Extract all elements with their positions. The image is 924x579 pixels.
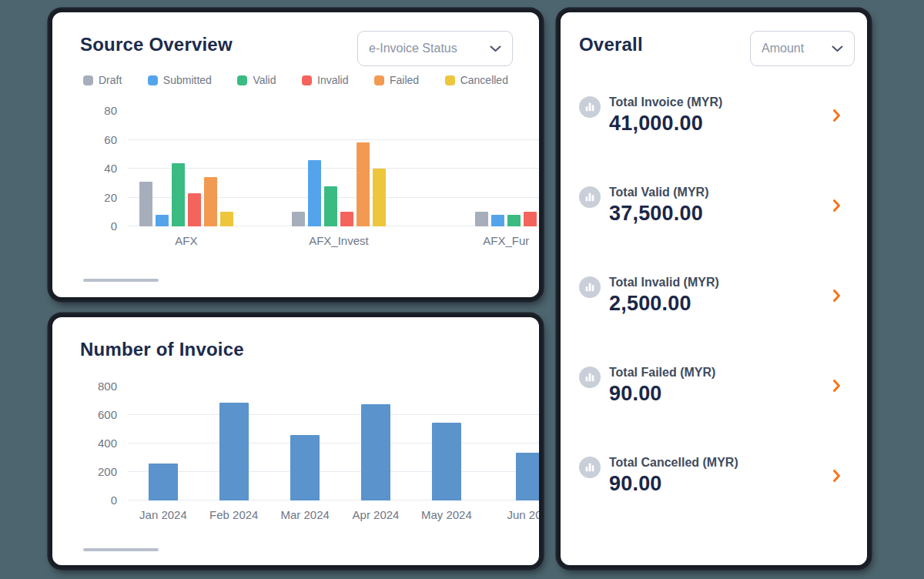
- bar[interactable]: [219, 403, 249, 500]
- bar[interactable]: [172, 163, 185, 227]
- bar[interactable]: [139, 182, 152, 226]
- bar[interactable]: [292, 212, 305, 226]
- y-axis-tick: 0: [111, 219, 117, 233]
- legend-item-valid[interactable]: Valid: [237, 74, 276, 86]
- legend-swatch: [83, 75, 93, 85]
- bar[interactable]: [373, 169, 386, 226]
- legend-item-invalid[interactable]: Invalid: [302, 74, 348, 86]
- invoice-count-chart: 0200400600800 Jan 2024Feb 2024Mar 2024Ap…: [52, 387, 539, 527]
- bar[interactable]: [324, 186, 337, 227]
- bar-group: [292, 111, 386, 226]
- list-item-total-invalid[interactable]: Total Invalid (MYR) 2,500.00: [579, 276, 841, 316]
- bar[interactable]: [188, 193, 201, 226]
- y-axis-tick: 600: [98, 408, 117, 422]
- bar[interactable]: [290, 435, 320, 500]
- bar[interactable]: [204, 177, 217, 226]
- chart-scrollbar-thumb[interactable]: [83, 279, 159, 282]
- y-axis-tick: 800: [98, 380, 117, 393]
- amount-dropdown[interactable]: Amount: [750, 31, 855, 66]
- bar[interactable]: [149, 464, 178, 500]
- overall-card: Overall Amount Total Invoice (MYR) 41,00…: [557, 9, 870, 568]
- legend-item-cancelled[interactable]: Cancelled: [445, 74, 508, 86]
- x-axis: Jan 2024Feb 2024Mar 2024Apr 2024May 2024…: [128, 500, 539, 527]
- x-axis-label: May 2024: [421, 508, 472, 521]
- legend-swatch: [302, 75, 312, 85]
- y-axis-tick: 40: [104, 162, 117, 176]
- bar-chart-icon: [579, 96, 601, 118]
- x-axis-label: AFX_Invest: [309, 234, 369, 247]
- bar[interactable]: [491, 215, 504, 226]
- bar-chart-icon: [579, 276, 601, 298]
- chevron-down-icon: [490, 45, 501, 52]
- y-axis-tick: 400: [98, 437, 117, 450]
- bar[interactable]: [516, 453, 539, 500]
- y-axis-tick: 0: [111, 494, 117, 507]
- x-axis-label: Apr 2024: [353, 508, 400, 521]
- bar-chart-icon: [579, 457, 601, 478]
- list-item-total-cancelled[interactable]: Total Cancelled (MYR) 90.00: [579, 456, 841, 496]
- list-item-total-failed[interactable]: Total Failed (MYR) 90.00: [579, 366, 841, 406]
- item-value: 2,500.00: [609, 292, 719, 316]
- x-axis-label: AFX_Fur: [483, 234, 529, 247]
- bar-group: [361, 387, 390, 500]
- bar-group: [516, 387, 539, 500]
- bar[interactable]: [507, 215, 521, 226]
- dropdown-value: e-Invoice Status: [369, 42, 457, 55]
- list-item-total-valid[interactable]: Total Valid (MYR) 37,500.00: [579, 186, 841, 226]
- chevron-right-icon[interactable]: [832, 199, 841, 213]
- legend-swatch: [374, 75, 384, 85]
- item-value: 90.00: [609, 472, 738, 496]
- gridline: [128, 471, 539, 472]
- bar[interactable]: [475, 212, 488, 226]
- bar[interactable]: [361, 404, 390, 500]
- item-label: Total Failed (MYR): [609, 366, 715, 380]
- overall-items-list: Total Invoice (MYR) 41,000.00 Total Vali…: [579, 95, 841, 496]
- item-label: Total Valid (MYR): [609, 186, 708, 199]
- bar[interactable]: [308, 160, 321, 226]
- legend-item-failed[interactable]: Failed: [374, 74, 419, 86]
- number-of-invoice-card: Number of Invoice 0200400600800 Jan 2024…: [49, 314, 542, 568]
- chevron-right-icon[interactable]: [832, 379, 841, 393]
- chart-legend: Draft Submitted Valid Invalid Failed Can…: [52, 74, 539, 86]
- bar[interactable]: [432, 423, 461, 500]
- bar[interactable]: [357, 142, 370, 226]
- gridline: [128, 443, 539, 443]
- x-axis: AFXAFX_InvestAFX_Fur: [128, 226, 539, 253]
- y-axis-tick: 80: [104, 104, 117, 118]
- legend-swatch: [237, 75, 247, 85]
- chevron-right-icon[interactable]: [832, 289, 841, 303]
- legend-label: Failed: [390, 74, 419, 86]
- e-invoice-status-dropdown[interactable]: e-Invoice Status: [357, 31, 513, 66]
- chevron-right-icon[interactable]: [832, 469, 841, 483]
- legend-label: Valid: [253, 74, 276, 86]
- legend-item-draft[interactable]: Draft: [83, 74, 122, 86]
- legend-label: Draft: [99, 74, 122, 86]
- x-axis-label: Mar 2024: [280, 508, 329, 521]
- y-axis: 020406080: [80, 111, 117, 226]
- bar[interactable]: [156, 215, 169, 226]
- y-axis-tick: 20: [104, 191, 117, 205]
- bar-group: [139, 111, 233, 226]
- legend-item-submitted[interactable]: Submitted: [148, 74, 212, 86]
- bar[interactable]: [524, 212, 537, 226]
- legend-swatch: [148, 75, 158, 85]
- legend-swatch: [445, 75, 455, 85]
- chevron-right-icon[interactable]: [832, 109, 841, 122]
- dropdown-value: Amount: [762, 42, 804, 55]
- y-axis: 0200400600800: [80, 387, 117, 500]
- y-axis-tick: 200: [98, 465, 117, 479]
- x-axis-label: Jun 2024: [507, 508, 539, 521]
- bar[interactable]: [220, 212, 233, 226]
- list-item-total-invoice[interactable]: Total Invoice (MYR) 41,000.00: [579, 95, 841, 136]
- bar-group: [149, 387, 178, 500]
- page-title: Number of Invoice: [52, 317, 539, 360]
- chart-scrollbar-thumb[interactable]: [83, 548, 159, 551]
- item-label: Total Invalid (MYR): [609, 276, 719, 290]
- dashboard-background: { "colors": { "background": "#4d656e", "…: [0, 0, 924, 579]
- bar[interactable]: [340, 212, 353, 226]
- item-label: Total Cancelled (MYR): [609, 456, 738, 470]
- plot-area: [128, 387, 539, 500]
- bar-chart-icon: [579, 186, 601, 208]
- source-overview-card: Source Overview e-Invoice Status Draft S…: [49, 9, 542, 300]
- x-axis-label: AFX: [175, 234, 197, 247]
